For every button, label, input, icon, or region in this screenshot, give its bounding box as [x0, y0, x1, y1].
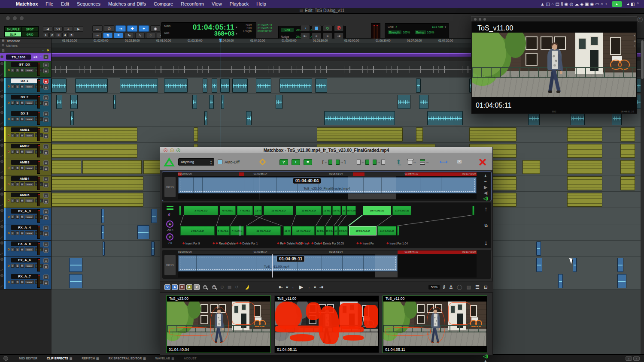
diff-event[interactable]: ◆Re: [277, 241, 284, 245]
mode-slip[interactable]: SLIP: [5, 32, 21, 37]
audio-clip[interactable]: [192, 95, 197, 109]
view-toggle-v[interactable]: V: [179, 284, 185, 290]
audio-clip[interactable]: [151, 209, 157, 223]
track-i-button[interactable]: I: [11, 182, 15, 186]
audio-clip[interactable]: [246, 111, 252, 125]
track-name[interactable]: FX_A_7: [11, 274, 38, 279]
track-view-selector[interactable]: wave: [25, 117, 34, 121]
track-i-button[interactable]: I: [11, 215, 15, 219]
track-view-selector[interactable]: wave: [25, 166, 34, 170]
track-sync-icon[interactable]: ◔: [39, 54, 42, 59]
track-comments-button[interactable]: ▣: [43, 150, 49, 155]
zoomer-tool[interactable]: ⊙: [104, 25, 114, 32]
zoom-out-magnifier-icon[interactable]: −: [203, 285, 207, 289]
ffwd-button[interactable]: »: [323, 33, 332, 39]
audio-clip[interactable]: [212, 78, 218, 93]
record-enable-dot[interactable]: [8, 281, 10, 283]
mail-icon[interactable]: ✉: [457, 159, 462, 165]
track-insert-button[interactable]: ⊞: [43, 242, 49, 247]
record-enable-dot[interactable]: [8, 248, 10, 250]
audio-clip[interactable]: [522, 160, 540, 174]
audio-clip[interactable]: [620, 144, 635, 158]
control-center-icon[interactable]: ◔: [605, 2, 607, 6]
record-enable-dot[interactable]: [8, 118, 10, 120]
track-expand-icon[interactable]: ⤢: [0, 90, 3, 93]
trim-b-tool[interactable]: ⇥: [115, 25, 126, 32]
zoom-wave-icon[interactable]: ∿▾: [53, 26, 63, 32]
track-view-selector[interactable]: wave: [25, 215, 34, 219]
track-freeze-icon[interactable]: [0, 241, 3, 244]
audio-clip[interactable]: [324, 111, 395, 125]
screen-record-icon[interactable]: ▸: [612, 1, 622, 7]
thumbnail-1[interactable]: ToS_v23.0001:04:40:04: [166, 296, 271, 353]
mb-transport-3[interactable]: ▶: [299, 284, 303, 290]
partial-icon[interactable]: ∂: [443, 284, 445, 290]
audio-clip[interactable]: [536, 258, 542, 272]
track-header-FX_A_6[interactable]: ⤢FX_A_6▾ISMwaveread⊞▣: [0, 257, 52, 273]
track-name[interactable]: FX_A_6: [11, 258, 38, 262]
track-expand-icon[interactable]: ⤢: [0, 236, 3, 239]
track-expand-icon[interactable]: ⤢: [0, 122, 3, 125]
track-comments-button[interactable]: ▣: [43, 281, 49, 285]
track-i-button[interactable]: I: [11, 199, 15, 202]
collapse-chevron-button[interactable]: ⌃: [637, 17, 643, 22]
track-freeze-icon[interactable]: [0, 127, 3, 130]
track-insert-button[interactable]: ⊞: [43, 95, 49, 100]
healed-segment-6[interactable]: 6 HEALE: [217, 226, 230, 235]
track-s-button[interactable]: S: [15, 68, 19, 72]
spiral-icon[interactable]: §: [561, 2, 563, 6]
record-enable-dot[interactable]: [8, 69, 10, 71]
audio-clip[interactable]: [70, 95, 78, 109]
track-freeze-icon[interactable]: [0, 95, 3, 98]
rewind-button[interactable]: «: [312, 33, 321, 39]
track-expand-icon[interactable]: ⤢: [0, 139, 3, 142]
track-expand-icon[interactable]: ⤢: [0, 269, 3, 272]
healed-segment-17[interactable]: 17: [342, 206, 346, 215]
autodiff-checkbox[interactable]: [218, 160, 222, 164]
menu-item-edit[interactable]: Edit: [57, 1, 73, 6]
diamond-marker-icon[interactable]: [259, 159, 266, 166]
match-list-icon[interactable]: [167, 206, 173, 210]
track-insert-button[interactable]: ⊞: [43, 209, 49, 214]
flag-filter-icon[interactable]: ⚑: [47, 49, 49, 52]
track-i-button[interactable]: I: [11, 101, 15, 105]
track-header-AMB1[interactable]: ⤢AMB1▾ISMwaveread⊞▣: [0, 127, 52, 143]
delete-apply-button[interactable]: →: [408, 160, 416, 165]
healed-segment-19[interactable]: 19 HEALED: [363, 206, 391, 215]
track-view-selector[interactable]: wave: [25, 264, 34, 268]
audio-clip[interactable]: [416, 78, 421, 93]
audio-clip[interactable]: [221, 95, 224, 109]
matchbox-titlebar[interactable]: × − + Matchbox - ToS_v11.00.mp4_fr_ToS_v…: [160, 147, 492, 154]
diff-event[interactable]: ◆◆Insert Fo: [356, 241, 374, 245]
zoom-preset-4[interactable]: 4: [62, 33, 68, 37]
track-name[interactable]: AMB2: [11, 144, 38, 148]
dots-icon[interactable]: ∴: [551, 2, 554, 6]
window-traffic-lights[interactable]: [6, 16, 24, 20]
thumbnail-3[interactable]: ToS_v11.0001:04:05:11: [383, 296, 487, 353]
record-enable-dot[interactable]: [8, 102, 10, 104]
track-view-selector[interactable]: wave: [25, 101, 34, 105]
healed-segment-15[interactable]: 15 HE: [325, 226, 334, 235]
zoom-right-icon[interactable]: ▶: [74, 26, 83, 32]
track-comments-button[interactable]: ▣: [43, 85, 49, 90]
audio-clip[interactable]: [52, 160, 81, 174]
track-header-FX_A_4[interactable]: ⤢FX_A_4▾ISMwaveread⊞▣: [0, 224, 52, 241]
audio-clip[interactable]: [113, 95, 116, 109]
clock-filter-icon[interactable]: ◔: [42, 49, 43, 52]
box-a-icon[interactable]: ▣: [585, 2, 589, 6]
pull-right-button[interactable]: →: [373, 160, 385, 165]
switcher-icon[interactable]: ◈: [580, 2, 583, 6]
track-freeze-icon[interactable]: [0, 78, 3, 81]
track-m-button[interactable]: M: [20, 231, 24, 235]
healed-segment-12[interactable]: 12 HEALED: [292, 226, 315, 235]
filmstrip-icon[interactable]: ▤: [467, 284, 471, 290]
audio-clip[interactable]: [232, 78, 248, 93]
track-name[interactable]: AMB1: [11, 127, 38, 132]
audio-clip[interactable]: [279, 78, 312, 93]
track-i-button[interactable]: I: [11, 280, 15, 284]
track-view-selector[interactable]: wave: [25, 150, 34, 154]
apply-up-icon[interactable]: ↑: [484, 205, 488, 212]
track-comments-button[interactable]: ▣: [43, 134, 49, 139]
mb-transport-4[interactable]: →: [306, 284, 310, 290]
track-s-button[interactable]: S: [15, 231, 19, 235]
